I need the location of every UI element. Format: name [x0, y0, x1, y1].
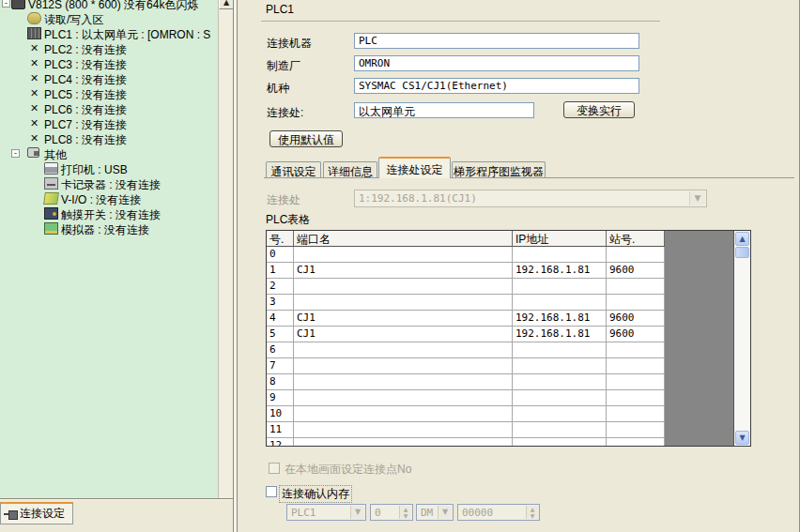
- table-cell[interactable]: CJ1: [294, 327, 513, 342]
- table-scrollbar[interactable]: ▲ ▼: [734, 231, 750, 446]
- tab-connection-settings[interactable]: 连接设定: [0, 502, 73, 524]
- table-cell[interactable]: [607, 279, 665, 294]
- table-cell[interactable]: 0: [267, 247, 294, 262]
- table-cell[interactable]: [513, 374, 607, 389]
- table-cell[interactable]: 11: [267, 422, 294, 437]
- confirm-memory-checkbox[interactable]: [266, 486, 277, 497]
- table-cell[interactable]: [513, 295, 607, 310]
- table-cell[interactable]: [607, 374, 665, 389]
- manufacturer-field[interactable]: OMRON: [354, 55, 639, 71]
- tree-item[interactable]: PLC1 : 以太网单元 : [OMRON : S: [0, 26, 218, 41]
- tree-item[interactable]: ✕PLC5 : 没有连接: [0, 86, 218, 101]
- table-cell[interactable]: [294, 295, 513, 310]
- table-cell[interactable]: 192.168.1.81: [513, 327, 607, 342]
- table-cell[interactable]: [513, 390, 607, 405]
- table-cell[interactable]: [607, 358, 665, 373]
- table-cell[interactable]: 12: [267, 438, 294, 447]
- scroll-up-icon[interactable]: ▲: [735, 232, 749, 246]
- tree-expander-icon[interactable]: -: [2, 0, 10, 8]
- model-label: 机种: [267, 81, 289, 97]
- table-cell[interactable]: [513, 358, 607, 373]
- table-cell[interactable]: 9: [267, 390, 294, 405]
- table-cell[interactable]: 192.168.1.81: [513, 311, 607, 326]
- table-cell[interactable]: 6: [267, 342, 294, 357]
- table-cell[interactable]: [513, 279, 607, 294]
- table-cell[interactable]: 1: [267, 263, 294, 278]
- table-cell[interactable]: [513, 422, 607, 437]
- table-cell[interactable]: 7: [267, 358, 294, 373]
- tree-item[interactable]: V-I/O : 没有连接: [0, 191, 218, 206]
- tree-item[interactable]: 触摸开关 : 没有连接: [0, 206, 218, 221]
- table-cell[interactable]: [294, 342, 513, 357]
- tree-item[interactable]: 读取/写入区: [0, 11, 218, 26]
- table-cell[interactable]: [607, 406, 665, 421]
- table-cell[interactable]: [607, 295, 665, 310]
- table-cell[interactable]: CJ1: [294, 311, 513, 326]
- table-cell[interactable]: [607, 247, 665, 262]
- tree-scrollbar[interactable]: ▲ ▼: [218, 0, 233, 532]
- tree-item[interactable]: -其他: [0, 146, 218, 161]
- table-cell[interactable]: [607, 422, 665, 437]
- table-cell[interactable]: [294, 390, 513, 405]
- tree-item[interactable]: 打印机 : USB: [0, 161, 218, 176]
- table-cell[interactable]: [513, 438, 607, 447]
- table-cell[interactable]: CJ1: [294, 263, 513, 278]
- table-cell[interactable]: [294, 279, 513, 294]
- tab-1[interactable]: 通讯设定: [266, 161, 321, 178]
- tabstrip-divider: [264, 177, 794, 178]
- table-cell[interactable]: [294, 358, 513, 373]
- table-cell[interactable]: 8: [267, 374, 294, 389]
- table-cell[interactable]: 2: [267, 279, 294, 294]
- table-cell[interactable]: [294, 438, 513, 447]
- table-cell[interactable]: [607, 438, 665, 447]
- table-cell[interactable]: [513, 342, 607, 357]
- model-field[interactable]: SYSMAC CS1/CJ1(Ethernet): [354, 78, 639, 94]
- plc-table: 号.端口名IP地址站号. 01CJ1192.168.1.819600234CJ1…: [266, 230, 751, 447]
- table-cell[interactable]: [513, 406, 607, 421]
- table-cell[interactable]: 9600: [607, 263, 665, 278]
- table-cell[interactable]: 10: [267, 406, 294, 421]
- tree-item[interactable]: -V812S (800 * 600) 没有64k色闪烁: [0, 0, 218, 11]
- use-default-button[interactable]: 使用默认值: [269, 130, 343, 147]
- tree-expander-icon[interactable]: -: [11, 149, 20, 158]
- table-cell[interactable]: [607, 342, 665, 357]
- tree-item[interactable]: ✕PLC4 : 没有连接: [0, 71, 218, 86]
- convert-execute-button[interactable]: 变换实行: [563, 101, 635, 118]
- manufacturer-label: 制造厂: [267, 58, 300, 74]
- table-cell[interactable]: [294, 406, 513, 421]
- scroll-down-icon[interactable]: ▼: [735, 431, 749, 445]
- table-cell[interactable]: 3: [267, 295, 294, 310]
- tree-item[interactable]: 模拟器 : 没有连接: [0, 221, 218, 236]
- table-cell[interactable]: [294, 422, 513, 437]
- table-cell[interactable]: 9600: [607, 327, 665, 342]
- table-cell[interactable]: [513, 247, 607, 262]
- left-bottom-tab-strip: 连接设定: [0, 498, 233, 532]
- tree-item[interactable]: ✕PLC8 : 没有连接: [0, 131, 218, 146]
- scrollbar-thumb[interactable]: [735, 247, 749, 258]
- tree-item[interactable]: ✕PLC6 : 没有连接: [0, 101, 218, 116]
- tree-item[interactable]: 卡记录器 : 没有连接: [0, 176, 218, 191]
- column-header[interactable]: 站号.: [607, 231, 665, 246]
- column-header[interactable]: 端口名: [294, 231, 513, 246]
- touch-switch-icon: [44, 207, 58, 220]
- tab-4[interactable]: 梯形程序图监视器: [452, 161, 546, 178]
- tree-item[interactable]: ✕PLC7 : 没有连接: [0, 116, 218, 131]
- table-cell[interactable]: 192.168.1.81: [513, 263, 607, 278]
- tree-item[interactable]: ✕PLC3 : 没有连接: [0, 56, 218, 71]
- connection-target-field[interactable]: 以太网单元: [354, 102, 534, 118]
- table-cell[interactable]: 5: [267, 327, 294, 342]
- connected-device-field[interactable]: PLC: [354, 33, 639, 49]
- table-cell[interactable]: [607, 390, 665, 405]
- scroll-up-icon[interactable]: ▲: [219, 0, 234, 9]
- table-cell[interactable]: [294, 247, 513, 262]
- tab-2[interactable]: 详细信息: [323, 161, 377, 178]
- table-cell[interactable]: 4: [267, 311, 294, 326]
- table-filler-area: [665, 231, 734, 446]
- column-header[interactable]: IP地址: [513, 231, 607, 246]
- table-cell[interactable]: 9600: [607, 311, 665, 326]
- column-header[interactable]: 号.: [267, 231, 294, 246]
- table-cell[interactable]: [294, 374, 513, 389]
- tab-3[interactable]: 连接处设定: [378, 157, 451, 178]
- tree-item[interactable]: ✕PLC2 : 没有连接: [0, 41, 218, 56]
- confirm-memory-checkbox-label: 连接确认内存: [279, 485, 352, 503]
